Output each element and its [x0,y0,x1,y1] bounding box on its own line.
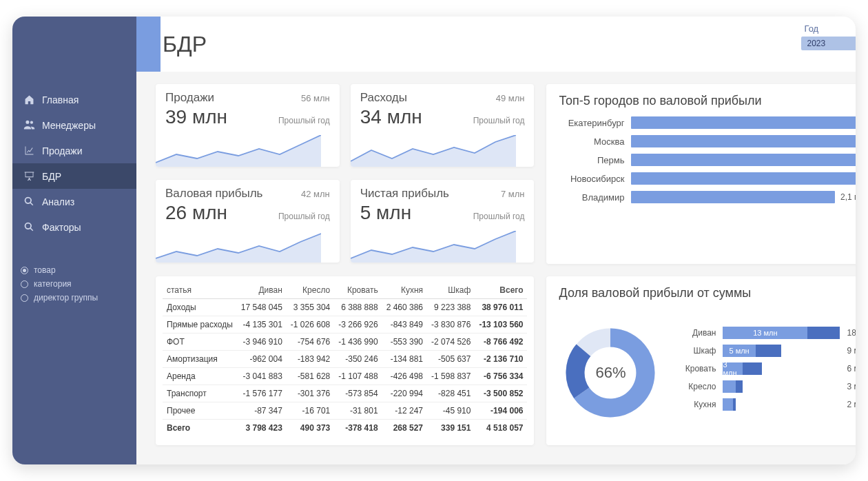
sidebar-item-label: Анализ [42,196,74,207]
home-icon [23,94,35,105]
kpi-prev-label: Прошлый год [473,212,525,221]
table-row: Амортизация-962 004-183 942-350 246-134 … [163,351,527,368]
kpi-title: Расходы [360,91,407,105]
search-icon [23,196,35,207]
share-label: Кровать [673,364,716,373]
sidebar-item-0[interactable]: Главная [12,87,136,112]
donut-chart: 66% [559,321,662,424]
table-row: Аренда-3 041 883-581 628-1 107 488-426 4… [163,368,527,385]
sidebar-item-label: Главная [42,94,79,105]
kpi-grid: Продажи56 млн 39 млнПрошлый год Расходы4… [156,84,534,264]
share-panel: Доля валовой прибыли от суммы 66% Диван … [546,276,856,445]
sparkline-icon [156,231,321,263]
top5-row-2: Пермь 2,4 млн [559,154,856,166]
radio-dot-icon [21,294,28,302]
table-row: Транспорт-1 576 177-301 376-573 854-220 … [163,385,527,402]
th-total: Всего [475,282,527,299]
top5-label: Владимир [559,192,624,203]
table-row: ФОТ-3 946 910-754 676-1 436 990-553 390-… [163,334,527,351]
radio-label: директор группы [34,293,98,303]
top5-label: Екатеринбург [559,118,624,128]
share-total: 18 млн [847,328,856,338]
sidebar-item-label: Факторы [42,222,81,233]
th: Кресло [287,282,334,299]
th-first: статья [163,282,237,299]
table-row: Прямые расходы-4 135 301-1 026 608-3 266… [163,316,527,334]
share-total: 3 млн [847,382,856,391]
top5-row-3: Новосибирск 2,4 млн [559,172,856,185]
table-row-total: Всего3 798 423490 373-378 418268 527339 … [163,420,527,437]
radio-0[interactable]: товар [21,263,128,277]
share-label: Шкаф [673,346,716,356]
share-label: Кухня [673,400,716,409]
kpi-card-0: Продажи56 млн 39 млнПрошлый год [156,84,340,167]
share-label: Диван [673,328,716,338]
sparkline-icon [351,231,516,263]
kpi-value: 39 млн [165,106,227,128]
share-row-3: Кресло 3 млн [673,380,856,393]
sidebar-item-label: БДР [42,171,61,182]
sidebar: ГлавнаяМенеджерыПродажиБДРАнализФакторы … [12,17,136,464]
kpi-card-3: Чистая прибыль7 млн 5 млнПрошлый год [351,180,535,263]
presentation-icon [23,170,35,182]
kpi-prev-value: 42 млн [301,189,330,199]
share-total: 6 млн [847,364,856,373]
kpi-value: 34 млн [360,106,422,128]
kpi-value: 26 млн [165,202,227,224]
share-row-2: Кровать 3 млн 6 млн [673,362,856,375]
radio-label: товар [34,265,56,275]
top5-title: Топ-5 городов по валовой прибыли [559,94,856,108]
th: Диван [237,282,287,299]
kpi-prev-value: 56 млн [301,93,330,103]
top5-label: Новосибирск [559,174,624,184]
kpi-prev-label: Прошлый год [473,116,525,125]
kpi-value: 5 млн [360,202,411,224]
sidebar-item-label: Менеджеры [42,120,96,131]
sidebar-item-5[interactable]: Факторы [12,214,136,240]
share-row-4: Кухня 2 млн [673,398,856,411]
sidebar-item-2[interactable]: Продажи [12,138,136,163]
kpi-title: Чистая прибыль [360,187,449,201]
table-row: Прочее-87 347-16 701-31 801-12 247-45 91… [163,402,527,420]
radio-dot-icon [21,280,28,288]
chart-icon [23,145,35,156]
kpi-card-1: Расходы49 млн 34 млнПрошлый год [351,84,535,167]
sidebar-item-3[interactable]: БДР [12,163,136,189]
radio-dot-icon [21,267,28,274]
radio-1[interactable]: категория [21,277,128,291]
top5-row-4: Владимир 2,1 млн [559,191,856,203]
sidebar-item-label: Продажи [42,145,82,156]
kpi-prev-label: Прошлый год [278,212,330,221]
table-panel: статьяДиванКреслоКроватьКухняШкафВсего Д… [156,276,534,445]
radio-label: категория [34,279,72,289]
sidebar-item-4[interactable]: Анализ [12,189,136,214]
year-label: Год [804,23,818,34]
share-title: Доля валовой прибыли от суммы [559,286,856,300]
sparkline-icon [351,135,516,167]
top5-panel: Топ-5 городов по валовой прибыли Екатери… [546,84,856,264]
header: БДР Год 2023 [136,17,856,72]
top5-label: Пермь [559,155,624,165]
kpi-prev-value: 7 млн [501,189,525,199]
top5-row-1: Москва 2,6 млн [559,135,856,147]
bdr-table: статьяДиванКреслоКроватьКухняШкафВсего Д… [163,282,527,436]
kpi-title: Продажи [165,91,214,105]
share-total: 2 млн [847,400,856,409]
kpi-prev-label: Прошлый год [278,116,330,125]
users-icon [23,119,35,131]
search-icon [23,221,35,233]
radio-2[interactable]: директор группы [21,291,128,305]
page-title: БДР [163,32,207,57]
radio-group: товаркатегориядиректор группы [12,259,136,309]
th: Кухня [382,282,427,299]
top5-row-0: Екатеринбург 2,6 млн [559,116,856,129]
share-row-1: Шкаф 5 млн 9 млн [673,345,856,357]
table-row: Доходы17 548 0453 355 3046 388 8882 460 … [163,299,527,316]
kpi-card-2: Валовая прибыль42 млн 26 млнПрошлый год [156,180,340,263]
sidebar-item-1[interactable]: Менеджеры [12,112,136,138]
sparkline-icon [156,135,321,167]
year-select[interactable]: 2023 [801,37,856,50]
share-total: 9 млн [847,346,856,356]
top5-label: Москва [559,136,624,147]
kpi-title: Валовая прибыль [165,187,262,201]
